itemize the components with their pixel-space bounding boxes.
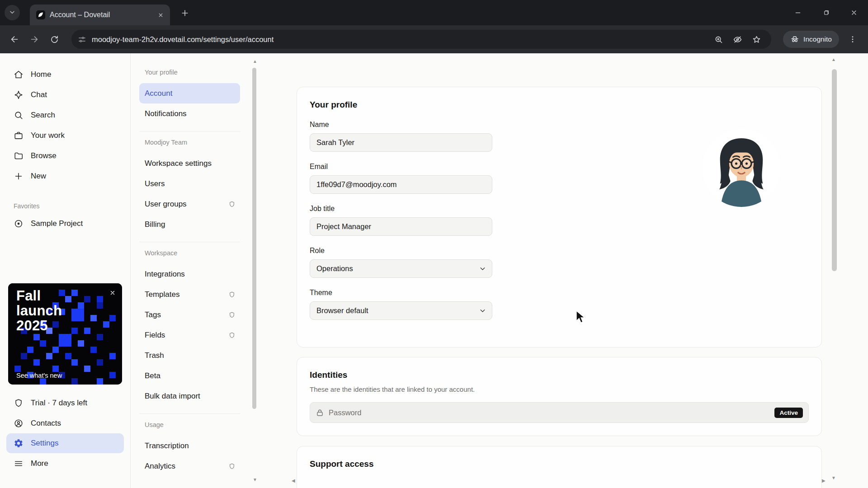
sidebar-item-label: More: [31, 459, 48, 468]
sidebar-item-label: Trial · 7 days left: [31, 399, 87, 408]
browser-menu-icon[interactable]: [844, 30, 862, 48]
settings-nav-item-users[interactable]: Users: [139, 174, 240, 194]
eye-off-icon[interactable]: [730, 32, 745, 47]
password-label: Password: [329, 408, 361, 417]
sidebar-item-label: Chat: [31, 90, 47, 99]
sidebar-item-label: Home: [31, 70, 51, 79]
main-scrollbar-thumb[interactable]: [832, 69, 837, 271]
sidebar-item-label: Search: [31, 111, 55, 120]
nav-scrollbar-thumb[interactable]: [252, 68, 256, 409]
gear-icon: [14, 438, 24, 448]
settings-nav-item-user-groups[interactable]: User groups: [139, 194, 240, 214]
settings-nav-item-bulk-data-import[interactable]: Bulk data import: [139, 386, 240, 406]
url-text[interactable]: moodjoy-team-2h2v.dovetail.com/settings/…: [92, 35, 707, 44]
settings-nav-item-analytics[interactable]: Analytics: [139, 456, 240, 476]
settings-nav-item-fields[interactable]: Fields: [139, 325, 240, 345]
sidebar-item-label: Contacts: [31, 419, 61, 428]
reload-button[interactable]: [44, 29, 64, 49]
main-scroll-left-icon[interactable]: ◀: [292, 478, 295, 483]
job-title-field[interactable]: [310, 217, 492, 236]
support-access-card: Support access: [297, 446, 822, 488]
nav-item-label: Fields: [145, 331, 165, 340]
tab-close-button[interactable]: [155, 9, 166, 21]
nav-item-label: Account: [145, 89, 172, 98]
person-circle-icon: [14, 418, 24, 428]
nav-scroll-up-icon[interactable]: ▲: [253, 59, 257, 64]
settings-nav-item-billing[interactable]: Billing: [139, 214, 240, 235]
email-field[interactable]: [310, 175, 492, 194]
settings-nav-item-transcription[interactable]: Transcription: [139, 436, 240, 456]
theme-select-value: Browser default: [316, 306, 368, 315]
plan-shield-icon: [228, 291, 236, 298]
settings-nav-item-tags[interactable]: Tags: [139, 305, 240, 325]
close-window-button[interactable]: [840, 0, 868, 25]
settings-nav-section-team: Moodjoy Team Workspace settings Users Us…: [139, 131, 240, 235]
nav-item-label: Billing: [145, 220, 165, 229]
sidebar-item-your-work[interactable]: Your work: [0, 125, 130, 145]
minimize-button[interactable]: [784, 0, 812, 25]
sidebar-item-browse[interactable]: Browse: [0, 145, 130, 166]
address-bar[interactable]: moodjoy-team-2h2v.dovetail.com/settings/…: [71, 30, 771, 49]
window-controls: [784, 0, 868, 25]
nav-item-label: Bulk data import: [145, 392, 200, 401]
nav-scroll-down-icon[interactable]: ▼: [253, 477, 257, 482]
settings-nav-item-integrations[interactable]: Integrations: [139, 264, 240, 284]
nav-item-label: Notifications: [145, 109, 187, 118]
identities-card-title: Identities: [310, 370, 809, 380]
sidebar-item-chat[interactable]: Chat: [0, 84, 130, 105]
avatar[interactable]: [703, 129, 780, 207]
main-scroll-down-icon[interactable]: ▼: [831, 475, 836, 480]
settings-nav-item-beta[interactable]: Beta: [139, 366, 240, 386]
sidebar-item-trial[interactable]: Trial · 7 days left: [0, 393, 130, 413]
new-tab-button[interactable]: [178, 6, 192, 20]
project-target-icon: [14, 219, 24, 229]
back-button[interactable]: [5, 29, 24, 49]
tab-search-button[interactable]: [5, 5, 20, 20]
sidebar-item-search[interactable]: Search: [0, 105, 130, 125]
promo-card[interactable]: Fall launch 2025 See what's new: [8, 283, 122, 385]
nav-item-label: Integrations: [145, 270, 185, 279]
site-info-icon[interactable]: [78, 35, 86, 44]
promo-title: Fall launch 2025: [16, 289, 82, 333]
settings-content: Your profile Name Email Job title Role O…: [260, 53, 868, 488]
section-heading: Usage: [145, 421, 240, 428]
nav-item-label: Workspace settings: [145, 159, 212, 168]
sidebar-item-contacts[interactable]: Contacts: [0, 413, 130, 433]
settings-nav-item-notifications[interactable]: Notifications: [139, 103, 240, 124]
settings-nav-item-templates[interactable]: Templates: [139, 284, 240, 305]
zoom-icon[interactable]: [711, 32, 726, 47]
theme-select[interactable]: Browser default: [310, 301, 492, 320]
incognito-label: Incognito: [803, 35, 832, 43]
sidebar-item-more[interactable]: More: [0, 453, 130, 474]
role-select[interactable]: Operations: [310, 259, 492, 278]
settings-nav-item-trash[interactable]: Trash: [139, 345, 240, 366]
password-identity-row[interactable]: Password Active: [310, 402, 809, 423]
browser-tab[interactable]: Account – Dovetail: [30, 5, 170, 25]
name-field[interactable]: [310, 133, 492, 152]
nav-item-label: Users: [145, 179, 165, 188]
sidebar-item-label: Your work: [31, 131, 65, 140]
sidebar-item-label: Browse: [31, 151, 57, 160]
settings-nav-item-workspace-settings[interactable]: Workspace settings: [139, 153, 240, 174]
incognito-badge[interactable]: Incognito: [783, 31, 839, 48]
tab-title: Account – Dovetail: [50, 11, 155, 19]
settings-nav-item-account[interactable]: Account: [139, 83, 240, 103]
promo-cta-link[interactable]: See what's new: [16, 372, 62, 379]
support-access-title: Support access: [310, 459, 809, 469]
sidebar-item-sample-project[interactable]: Sample Project: [0, 213, 130, 234]
main-scroll-up-icon[interactable]: ▲: [831, 57, 836, 62]
main-scroll-right-icon[interactable]: ▶: [822, 478, 826, 483]
bookmark-star-icon[interactable]: [749, 32, 764, 47]
profile-card-title: Your profile: [310, 100, 809, 110]
forward-button[interactable]: [24, 29, 44, 49]
browser-toolbar: moodjoy-team-2h2v.dovetail.com/settings/…: [0, 25, 868, 53]
sidebar-item-settings[interactable]: Settings: [6, 433, 124, 453]
sidebar-item-home[interactable]: Home: [0, 64, 130, 84]
maximize-button[interactable]: [812, 0, 840, 25]
theme-label: Theme: [310, 289, 809, 297]
plan-shield-icon: [228, 201, 236, 208]
plan-shield-icon: [228, 311, 236, 319]
sidebar-item-new[interactable]: New: [0, 166, 130, 186]
promo-close-icon[interactable]: [107, 287, 118, 299]
chevron-down-icon: [9, 9, 16, 17]
